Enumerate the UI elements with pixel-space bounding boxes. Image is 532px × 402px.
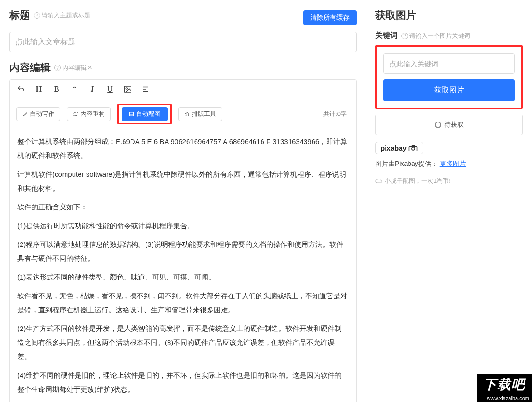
paragraph: 软件的正确含义如下： [17,200,349,214]
content-header: 内容编辑 ? 内容编辑区 [9,61,357,75]
keyword-input[interactable] [383,53,515,74]
keyword-highlight-box: 获取图片 [375,45,523,109]
more-images-link[interactable]: 更多图片 [440,160,466,167]
underline-icon[interactable]: U [105,85,115,94]
title-hint: ? 请输入主题或标题 [34,11,90,20]
svg-point-1 [126,88,127,89]
paragraph: (1)表达形式不同的硬件类型、颜色、味道、可见、可摸、可闻。 [17,270,349,284]
keyword-label: 关键词 [375,31,398,41]
paragraph: (4)维护不同的硬件是旧的，理论上软件是旧的，并不坏，但实际上软件也是旧的和坏的… [17,368,349,396]
word-count: 共计:0字 [323,110,347,118]
keyword-hint: ? 请输入一个图片关键词 [401,32,470,40]
footer-note: 小虎子配图，一次1淘币! [375,177,523,185]
cloud-icon [375,178,383,184]
camera-icon [408,145,418,151]
watermark: 下载吧 www.xiazaiba.com [477,374,532,402]
align-icon[interactable] [141,85,150,94]
auto-write-button[interactable]: 自动写作 [16,107,60,121]
clear-cache-button[interactable]: 清除所有缓存 [303,10,357,25]
quote-icon[interactable]: “ [70,85,79,94]
pixabay-badge: pixabay [375,142,423,154]
paragraph: (2)生产方式不同的软件是开发，是人类智能的高发挥，而不是传统意义上的硬件制造。… [17,322,349,364]
editor-toolbar: H B “ I U [10,80,356,99]
info-icon: ? [401,33,408,39]
get-image-button[interactable]: 获取图片 [383,79,515,101]
title-label: 标题 [9,8,30,22]
title-header: 标题 ? 请输入主题或标题 清除所有缓存 [9,8,357,27]
image-panel-header: 获取图片 [375,8,523,22]
image-panel-title: 获取图片 [375,8,416,22]
editor-actions: 自动写作 内容重构 自动配图 排版工具 共计:0字 [10,99,356,129]
restructure-button[interactable]: 内容重构 [67,107,111,121]
paragraph: 软件看不见，无色，枯燥，看不见，摸不到，闻不到。软件大部分存在于人们的头脑或纸上… [17,289,349,317]
svg-point-7 [412,147,415,150]
auto-image-button[interactable]: 自动配图 [122,107,168,121]
content-area[interactable]: 整个计算机系统由两部分组成：E.69DA 5 E 6 BA 9062616964… [10,129,356,402]
layout-tool-button[interactable]: 排版工具 [178,107,222,121]
content-label: 内容编辑 [9,61,51,75]
paragraph: (2)程序可以满意地处理信息的数据结构。(3)说明程序功能要求和程序需要的文档的… [17,237,349,266]
paragraph: 整个计算机系统由两部分组成：E.69DA 5 E 6 BA 9062616964… [17,135,349,163]
info-icon: ? [54,65,61,71]
paragraph: 计算机软件(computer software)是指计算机系统中除硬件以外的所有… [17,167,349,195]
image-credit: 图片由Pixabay提供： 更多图片 [375,160,523,168]
svg-rect-8 [412,145,415,146]
editor-box: H B “ I U 自动写作 内容重构 [9,79,357,402]
undo-icon[interactable] [16,85,26,94]
pending-status: 待获取 [375,115,523,135]
content-hint: ? 内容编辑区 [54,64,93,72]
italic-icon[interactable]: I [87,85,97,94]
paragraph: (1)提供运行时所需功能和性能的命令或计算机程序集合。 [17,219,349,233]
loading-icon [435,122,441,128]
article-title-input[interactable] [9,32,357,52]
info-icon: ? [34,12,40,19]
image-icon[interactable] [123,85,132,94]
heading-icon[interactable]: H [34,85,44,94]
bold-icon[interactable]: B [52,85,61,94]
auto-image-highlight: 自动配图 [117,104,172,124]
